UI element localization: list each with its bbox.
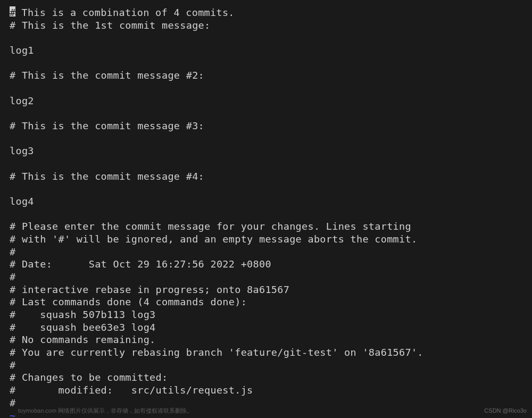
editor-line: # Changes to be committed: [10, 372, 168, 383]
editor-line: # You are currently rebasing branch 'fea… [10, 347, 423, 358]
editor-line: # modified: src/utils/request.js [10, 384, 253, 396]
editor-line: # [10, 397, 15, 408]
editor-line: # interactive rebase in progress; onto 8… [10, 284, 289, 295]
text-editor[interactable]: # This is a combination of 4 commits. # … [10, 6, 532, 418]
editor-line: log3 [10, 145, 34, 156]
line-content: This is a combination of 4 commits. [15, 7, 235, 18]
editor-line: # [10, 246, 15, 257]
editor-line: # [10, 360, 15, 371]
editor-line: # Please enter the commit message for yo… [10, 221, 411, 232]
editor-line: # squash 507b113 log3 [10, 309, 156, 320]
editor-line: # with '#' will be ignored, and an empty… [10, 233, 417, 245]
editor-line: # This is the commit message #4: [10, 171, 204, 182]
editor-line: # Date: Sat Oct 29 16:27:56 2022 +0800 [10, 258, 271, 270]
editor-line: # squash bee63e3 log4 [10, 322, 156, 333]
editor-line: # No commands remaining. [10, 334, 156, 345]
editor-line: # [10, 271, 15, 282]
editor-line: # This is the 1st commit message: [10, 20, 210, 31]
editor-line: log4 [10, 196, 34, 207]
editor-line: log1 [10, 45, 34, 56]
vim-tilde: ~ [10, 410, 15, 419]
editor-line: log2 [10, 95, 34, 106]
editor-line: # This is the commit message #2: [10, 70, 204, 81]
editor-line: # This is the commit message #3: [10, 120, 204, 131]
editor-line: # Last commands done (4 commands done): [10, 296, 247, 307]
watermark-left: toymoban.com 网络图片仅供展示，非存储，如有侵权请联系删除。 [18, 407, 193, 414]
cursor: # [10, 6, 15, 16]
watermark-right: CSDN @Rico3o [484, 407, 527, 414]
